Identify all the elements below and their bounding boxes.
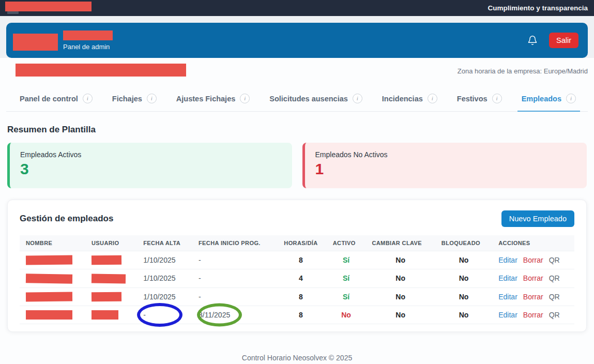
fecha-inicio-value: - <box>199 293 201 301</box>
cell-fecha-alta: - <box>137 306 192 324</box>
edit-link[interactable]: Editar <box>498 311 517 319</box>
qr-link[interactable]: QR <box>549 274 560 282</box>
cell-fecha-inicio-prog: - <box>192 287 275 306</box>
logout-button[interactable]: Salir <box>549 33 578 48</box>
table-row: 1/10/2025-4SíNoNoEditarBorrarQR <box>20 269 574 287</box>
info-icon[interactable]: i <box>240 94 250 103</box>
qr-link[interactable]: QR <box>549 311 560 319</box>
tab-label: Fichajes <box>112 95 142 103</box>
cell-cambiar-clave: No <box>365 306 435 324</box>
inactive-employees-card: Empleados No Activos 1 <box>302 143 587 188</box>
qr-link[interactable]: QR <box>549 293 560 301</box>
column-header-activo: ACTIVO <box>327 235 366 251</box>
column-header-horas-dia: HORAS/DÍA <box>275 235 327 251</box>
redacted-username <box>92 274 126 283</box>
employees-table: NOMBREUSUARIOFECHA ALTAFECHA INICIO PROG… <box>20 235 574 324</box>
cell-fecha-inicio-prog: - <box>192 269 275 287</box>
delete-link[interactable]: Borrar <box>523 274 543 282</box>
bell-icon[interactable] <box>527 35 538 46</box>
table-header: NOMBREUSUARIOFECHA ALTAFECHA INICIO PROG… <box>20 235 574 251</box>
tab-label: Festivos <box>457 95 488 103</box>
new-employee-button[interactable]: Nuevo Empleado <box>501 210 574 227</box>
cell-cambiar-clave: No <box>365 287 435 306</box>
card-label: Empleados Activos <box>20 150 282 159</box>
status-badge: Sí <box>343 274 349 282</box>
cell-bloqueado: No <box>435 251 492 269</box>
fecha-inicio-value: - <box>199 256 201 264</box>
redacted-employee-name <box>26 310 72 320</box>
cell-horas-dia: 4 <box>275 269 327 287</box>
redacted-company-title <box>16 64 186 77</box>
qr-link[interactable]: QR <box>549 256 560 264</box>
delete-link[interactable]: Borrar <box>523 256 543 264</box>
table-body: 1/10/2025-8SíNoNoEditarBorrarQR1/10/2025… <box>20 251 574 324</box>
cell-acciones: EditarBorrarQR <box>492 306 574 324</box>
timezone-label: Zona horaria de la empresa: Europe/Madri… <box>458 67 588 75</box>
partial-logo-text <box>7 11 19 14</box>
cell-bloqueado: No <box>435 269 492 287</box>
compliance-label: Cumplimiento y transparencia <box>488 4 588 12</box>
status-badge: No <box>341 311 351 319</box>
delete-link[interactable]: Borrar <box>523 311 543 319</box>
info-icon[interactable]: i <box>353 94 362 103</box>
edit-link[interactable]: Editar <box>498 256 517 264</box>
employee-management-title: Gestión de empleados <box>20 214 113 224</box>
cell-fecha-inicio-prog: - <box>192 251 275 269</box>
redacted-company-logo <box>13 34 58 51</box>
tab-label: Ajustes Fichajes <box>176 95 235 103</box>
delete-link[interactable]: Borrar <box>523 293 543 301</box>
cell-fecha-alta: 1/10/2025 <box>137 251 192 269</box>
tab-bar: Panel de controliFichajesiAjustes Fichaj… <box>6 88 588 112</box>
fecha-inicio-value: - <box>199 274 201 282</box>
edit-link[interactable]: Editar <box>498 293 517 301</box>
tab-solicitudes-ausencias[interactable]: Solicitudes ausenciasi <box>268 88 363 111</box>
redacted-username <box>92 310 118 320</box>
tab-panel-de-control[interactable]: Panel de controli <box>19 88 94 111</box>
page: Cumplimiento y transparencia Panel de ad… <box>0 0 594 364</box>
tab-label: Incidencias <box>382 95 423 103</box>
cell-fecha-alta: 1/10/2025 <box>137 287 192 306</box>
redacted-username <box>92 292 121 302</box>
cell-acciones: EditarBorrarQR <box>492 269 574 287</box>
redacted-admin-name <box>63 31 113 40</box>
column-header-usuario: USUARIO <box>85 235 137 251</box>
tab-incidencias[interactable]: Incidenciasi <box>381 88 438 111</box>
tab-festivos[interactable]: Festivosi <box>456 88 503 111</box>
redacted-employee-name <box>26 255 72 265</box>
admin-identity: Panel de admin <box>13 31 113 51</box>
cell-fecha-alta: 1/10/2025 <box>137 269 192 287</box>
info-icon[interactable]: i <box>428 94 437 103</box>
cell-horas-dia: 8 <box>275 251 327 269</box>
cell-activo: Sí <box>327 251 366 269</box>
redacted-employee-name <box>26 292 72 301</box>
info-icon[interactable]: i <box>566 94 576 103</box>
tab-fichajes[interactable]: Fichajesi <box>111 88 158 111</box>
column-header-fecha-inicio-prog: FECHA INICIO PROG. <box>192 235 275 251</box>
info-icon[interactable]: i <box>83 94 93 103</box>
card-label: Empleados No Activos <box>315 150 577 159</box>
summary-cards: Empleados Activos 3 Empleados No Activos… <box>7 143 587 188</box>
cell-cambiar-clave: No <box>365 251 435 269</box>
table-row: 1/10/2025-8SíNoNoEditarBorrarQR <box>20 251 574 269</box>
footer-text: Control Horario Neosolvex © 2025 <box>0 332 594 364</box>
cell-activo: No <box>327 306 366 324</box>
tab-label: Panel de control <box>20 95 78 103</box>
redacted-app-logo <box>5 2 92 11</box>
tab-empleados[interactable]: Empleadosi <box>521 88 577 111</box>
admin-header: Panel de admin Salir <box>6 23 588 58</box>
panel-label: Panel de admin <box>63 43 113 51</box>
cell-acciones: EditarBorrarQR <box>492 251 574 269</box>
summary-title: Resumen de Plantilla <box>7 125 594 135</box>
blue-ellipse-annotation <box>137 303 182 327</box>
redacted-username <box>92 255 121 265</box>
tab-ajustes-fichajes[interactable]: Ajustes Fichajesi <box>175 88 251 111</box>
tab-label: Empleados <box>522 95 561 103</box>
info-icon[interactable]: i <box>492 94 502 103</box>
cell-horas-dia: 8 <box>275 287 327 306</box>
cell-acciones: EditarBorrarQR <box>492 287 574 306</box>
info-icon[interactable]: i <box>147 94 157 103</box>
status-badge: Sí <box>343 256 349 264</box>
column-header-nombre: NOMBRE <box>20 235 85 251</box>
edit-link[interactable]: Editar <box>498 274 517 282</box>
column-header-acciones: ACCIONES <box>492 235 574 251</box>
